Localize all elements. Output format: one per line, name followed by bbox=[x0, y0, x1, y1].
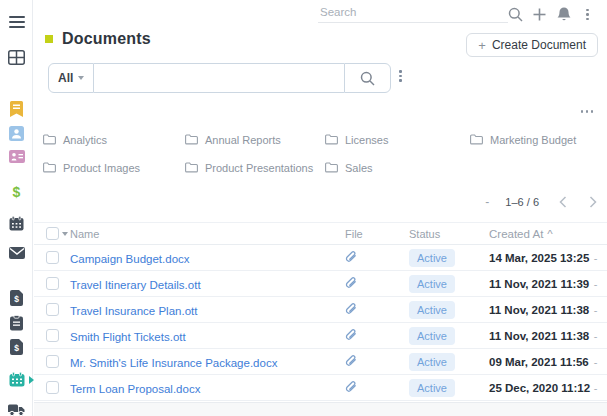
folder-label: Product Presentations bbox=[205, 162, 313, 174]
folder-icon bbox=[185, 134, 198, 145]
paperclip-icon[interactable] bbox=[345, 302, 357, 315]
select-all-checkbox[interactable] bbox=[46, 227, 59, 240]
table-body: Campaign Budget.docx Active 14 Mar, 2025… bbox=[34, 245, 607, 401]
table-row[interactable]: Travel Insurance Plan.ott Active 11 Nov,… bbox=[34, 297, 607, 323]
clipboard-icon[interactable] bbox=[0, 315, 33, 331]
column-header-file[interactable]: File bbox=[340, 228, 404, 240]
row-checkbox[interactable] bbox=[46, 277, 59, 290]
folder-label: Analytics bbox=[63, 134, 107, 146]
row-menu-dash[interactable]: - bbox=[584, 382, 607, 394]
folder-label: Marketing Budget bbox=[490, 134, 576, 146]
folder-icon bbox=[325, 134, 338, 145]
pagination-range: 1–6 / 6 bbox=[505, 196, 539, 208]
document-link[interactable]: Travel Itinerary Details.ott bbox=[70, 279, 201, 291]
accent-square bbox=[45, 35, 53, 43]
envelope-icon[interactable] bbox=[0, 247, 33, 259]
invoice-icon[interactable]: $ bbox=[0, 290, 33, 306]
row-checkbox[interactable] bbox=[46, 303, 59, 316]
page-title-text: Documents bbox=[62, 30, 151, 48]
paperclip-icon[interactable] bbox=[345, 380, 357, 393]
receipt-icon[interactable]: $ bbox=[0, 339, 33, 355]
svg-text:$: $ bbox=[14, 343, 19, 353]
folder-icon bbox=[470, 134, 483, 145]
document-link[interactable]: Term Loan Proposal.docx bbox=[70, 383, 200, 395]
document-link[interactable]: Smith Flight Tickets.ott bbox=[70, 331, 186, 343]
page-title: Documents bbox=[45, 30, 151, 48]
row-checkbox[interactable] bbox=[46, 381, 59, 394]
user-badge-icon[interactable] bbox=[0, 126, 33, 141]
status-badge: Active bbox=[409, 353, 455, 371]
pagination-dash-icon[interactable]: - bbox=[485, 195, 489, 209]
column-header-status[interactable]: Status bbox=[404, 228, 484, 240]
row-menu-dash[interactable]: - bbox=[584, 278, 607, 290]
chevron-right-icon[interactable] bbox=[589, 196, 597, 208]
column-header-name[interactable]: Name bbox=[70, 228, 340, 240]
paperclip-icon[interactable] bbox=[345, 328, 357, 341]
filter-search-button[interactable] bbox=[344, 63, 391, 93]
folder-label: Product Images bbox=[63, 162, 140, 174]
folder-item[interactable]: Annual Reports bbox=[185, 132, 325, 147]
paperclip-icon[interactable] bbox=[345, 276, 357, 289]
row-menu-dash[interactable]: - bbox=[584, 252, 607, 264]
dollar-icon[interactable]: $ bbox=[0, 185, 33, 199]
document-link[interactable]: Campaign Budget.docx bbox=[70, 253, 190, 265]
document-link[interactable]: Travel Insurance Plan.ott bbox=[70, 305, 197, 317]
filter-scope-label: All bbox=[58, 71, 73, 85]
folder-item[interactable]: Sales bbox=[325, 160, 470, 175]
status-badge: Active bbox=[409, 249, 455, 267]
filter-scope-dropdown[interactable]: All bbox=[48, 63, 94, 93]
document-link[interactable]: Mr. Smith's Life Insurance Package.docx bbox=[70, 357, 277, 369]
folder-icon bbox=[43, 162, 56, 173]
folder-icon bbox=[43, 134, 56, 145]
table-row[interactable]: Campaign Budget.docx Active 14 Mar, 2025… bbox=[34, 245, 607, 271]
global-search-input[interactable] bbox=[318, 2, 508, 23]
folder-icon bbox=[325, 162, 338, 173]
filter-bar: All bbox=[48, 63, 391, 93]
truck-icon[interactable] bbox=[0, 404, 33, 416]
row-checkbox[interactable] bbox=[46, 329, 59, 342]
folder-label: Licenses bbox=[345, 134, 388, 146]
column-header-created[interactable]: Created At^ bbox=[484, 228, 584, 240]
created-at-value: 11 Nov, 2021 11:38 bbox=[484, 304, 584, 316]
folder-item[interactable]: Licenses bbox=[325, 132, 470, 147]
topbar-icons bbox=[508, 7, 595, 22]
table-row[interactable]: Mr. Smith's Life Insurance Package.docx … bbox=[34, 349, 607, 375]
row-menu-dash[interactable]: - bbox=[584, 330, 607, 342]
table-row[interactable]: Travel Itinerary Details.ott Active 11 N… bbox=[34, 271, 607, 297]
folder-icon bbox=[185, 162, 198, 173]
kebab-icon[interactable] bbox=[580, 7, 595, 22]
contact-card-icon[interactable] bbox=[0, 150, 33, 163]
plus-icon[interactable] bbox=[532, 7, 547, 22]
folder-item[interactable]: Product Images bbox=[43, 160, 185, 175]
grid-icon[interactable] bbox=[0, 50, 33, 65]
calendar-icon[interactable] bbox=[0, 216, 33, 231]
folder-item[interactable]: Product Presentations bbox=[185, 160, 325, 175]
row-checkbox[interactable] bbox=[46, 251, 59, 264]
more-options-icon[interactable] bbox=[581, 110, 594, 113]
table-header: Name File Status Created At^ bbox=[34, 222, 607, 245]
chevron-left-icon[interactable] bbox=[559, 196, 567, 208]
folder-item[interactable]: Marketing Budget bbox=[470, 132, 600, 147]
row-menu-dash[interactable]: - bbox=[584, 304, 607, 316]
filter-kebab-icon[interactable] bbox=[399, 70, 402, 84]
bell-icon[interactable] bbox=[556, 7, 571, 22]
row-menu-dash[interactable]: - bbox=[584, 356, 607, 368]
svg-text:$: $ bbox=[14, 294, 19, 304]
status-badge: Active bbox=[409, 301, 455, 319]
folder-item[interactable]: Analytics bbox=[43, 132, 185, 147]
create-document-label: Create Document bbox=[492, 38, 586, 52]
table-row[interactable]: Smith Flight Tickets.ott Active 11 Nov, … bbox=[34, 323, 607, 349]
row-checkbox[interactable] bbox=[46, 355, 59, 368]
create-document-button[interactable]: + Create Document bbox=[466, 33, 598, 57]
sidebar-active-indicator bbox=[29, 376, 34, 384]
chevron-down-icon[interactable] bbox=[62, 232, 68, 236]
paperclip-icon[interactable] bbox=[345, 354, 357, 367]
sort-asc-icon[interactable]: ^ bbox=[547, 228, 552, 240]
filter-search-input[interactable] bbox=[94, 63, 344, 93]
paperclip-icon[interactable] bbox=[345, 250, 357, 263]
table-row[interactable]: Term Loan Proposal.docx Active 25 Dec, 2… bbox=[34, 375, 607, 401]
hamburger-menu-icon[interactable] bbox=[0, 15, 33, 29]
search-icon[interactable] bbox=[508, 7, 523, 22]
bookmark-icon[interactable] bbox=[0, 101, 33, 117]
chevron-down-icon bbox=[78, 76, 84, 80]
